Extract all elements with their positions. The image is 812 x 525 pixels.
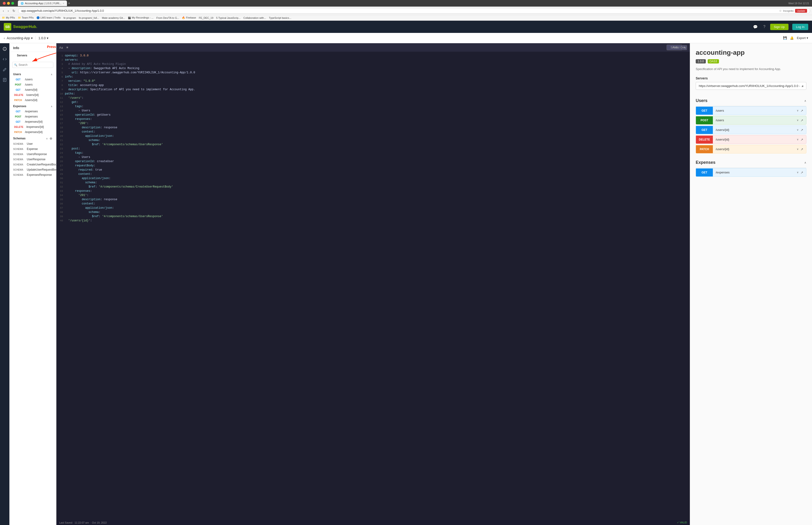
nav-item-get-expense-id[interactable]: GET /expenses/{id} — [10, 119, 56, 124]
nav-schema-usersresponse[interactable]: SCHEMA UsersResponse — [10, 152, 56, 157]
bookmark-trello[interactable]: 🔵 LMS team | Trello — [36, 16, 61, 19]
export-button[interactable]: Export ▾ — [797, 36, 808, 40]
bookmark-firebase[interactable]: 🔥 Firebase — [182, 16, 196, 19]
bookmark-team-prs[interactable]: 📁 Team PRs — [18, 16, 34, 19]
nav-item-get-user-id[interactable]: GET /users/{id} — [10, 87, 56, 92]
swaggerhub-logo[interactable]: SB SwaggerHub. — [4, 23, 37, 31]
bookmark-icon[interactable]: ☆ — [779, 9, 782, 13]
api-section-expenses-header[interactable]: Expenses ∧ — [696, 157, 806, 168]
theme-toggle-button[interactable]: ☀ — [66, 46, 69, 49]
nav-schema-expensesresponse[interactable]: SCHEMA ExpensesResponse — [10, 172, 56, 177]
bookmark-fe-dec[interactable]: FE_DEC_19 — [199, 16, 213, 19]
endpoint-get-user-id[interactable]: GET /users/{id} ∨ ↗ — [696, 125, 806, 134]
nav-item-post-users[interactable]: POST /users — [10, 82, 56, 87]
nav-schema-updateuserrequestbody[interactable]: SCHEMA UpdateUserRequestBody — [10, 167, 56, 172]
servers-select[interactable]: https://virtserver.swaggerhub.com/YURIIH… — [696, 82, 806, 90]
font-size-button[interactable]: Aa — [59, 46, 63, 49]
expand-icon-3[interactable]: ∨ — [797, 128, 799, 131]
back-nav-button[interactable]: ‹ — [2, 9, 5, 13]
bookmark-collab[interactable]: Collaboration with... — [243, 16, 266, 19]
bookmark-js[interactable]: 5 Typical JavaScrip... — [216, 16, 241, 19]
left-nav: Info Press this button to hide code edit… — [10, 43, 56, 525]
sidebar-code-icon[interactable] — [2, 56, 7, 63]
nav-item-patch-user-id[interactable]: PATCH /users/{id} — [10, 97, 56, 103]
servers-section-header[interactable]: Servers — [13, 53, 52, 58]
nav-schema-user[interactable]: SCHEMA User — [10, 141, 56, 146]
schemas-section-header[interactable]: Schemas ∧ ⊕ — [10, 136, 56, 141]
api-title: accounting-app — [696, 49, 806, 56]
fullscreen-button[interactable] — [11, 2, 14, 5]
code-content[interactable]: 1openapi: 3.0.02servers:3 # Added by API… — [56, 52, 690, 520]
nav-item-get-users[interactable]: GET /users — [10, 77, 56, 82]
update-button[interactable]: Update — [795, 9, 807, 13]
nav-item-get-expenses[interactable]: GET /expenses — [10, 109, 56, 114]
expand-icon[interactable]: ∨ — [797, 109, 799, 112]
search-box: 🔍 — [12, 62, 53, 68]
search-input[interactable] — [12, 62, 53, 68]
schemas-add-icon[interactable]: ⊕ — [49, 137, 52, 140]
app-header: SB SwaggerHub. 💬 ? Sign Up Log In — [0, 21, 812, 33]
save-icon-button[interactable]: 💾 — [783, 36, 787, 40]
bookmark-ts[interactable]: TypeScript basics... — [269, 16, 291, 19]
code-line: 7 version: "1.0.0" — [56, 79, 690, 83]
bookmark-fe-program[interactable]: fe program — [63, 16, 76, 19]
tab-close-icon[interactable]: × — [63, 2, 64, 5]
sidebar-edit-icon[interactable] — [2, 67, 7, 73]
nav-item-post-expenses[interactable]: POST /expenses — [10, 114, 56, 119]
bookmark-fe-full[interactable]: fe-program/_full... — [79, 16, 99, 19]
nav-schema-expense[interactable]: SCHEMA Expense — [10, 146, 56, 152]
active-tab[interactable]: 🌐 Accounting-App | 1.0.0 | YURI... × — [18, 0, 67, 6]
expenses-section-header[interactable]: Expenses ∧ — [10, 104, 56, 109]
reload-button[interactable]: ↻ — [12, 9, 16, 13]
sidebar-docs-icon[interactable] — [2, 77, 7, 84]
link-icon-3[interactable]: ↗ — [800, 128, 803, 132]
expand-icon-2[interactable]: ∨ — [797, 119, 799, 122]
nav-schema-createuserrequestbody[interactable]: SCHEMA CreateUserRequestBody — [10, 162, 56, 167]
forward-nav-button[interactable]: › — [7, 9, 10, 13]
bookmark-mate[interactable]: Mate academy Git... — [102, 16, 125, 19]
endpoint-post-users[interactable]: POST /users ∨ ↗ — [696, 116, 806, 124]
expand-icon-6[interactable]: ∨ — [797, 171, 799, 174]
chat-icon-button[interactable]: 💬 — [752, 24, 759, 30]
code-line: 10paths: — [56, 92, 690, 96]
code-line: 16 responses: — [56, 117, 690, 121]
sign-up-button[interactable]: Sign Up — [770, 24, 788, 30]
expand-icon-4[interactable]: ∨ — [797, 138, 799, 141]
nav-item-patch-expense-id[interactable]: PATCH /expenses/{id} — [10, 130, 56, 135]
endpoint-patch-user-id[interactable]: PATCH /users/{id} ∨ ↗ — [696, 145, 806, 153]
endpoint-get-users[interactable]: GET /users ∨ ↗ — [696, 106, 806, 115]
endpoint-get-expenses[interactable]: GET /expenses ∨ ↗ — [696, 168, 806, 177]
code-line: 33 responses: — [56, 189, 690, 193]
minimize-button[interactable] — [7, 2, 10, 5]
nav-item-delete-expense-id[interactable]: DELETE /expenses/{id} — [10, 124, 56, 130]
close-button[interactable] — [3, 2, 6, 5]
api-section-users: Users ∧ GET /users ∨ ↗ POST /users ∨ ↗ — [696, 95, 806, 153]
address-bar[interactable]: app.swaggerhub.com/apis/YURIIHOLIUK_1/Ac… — [18, 8, 810, 14]
help-icon-button[interactable]: ? — [763, 24, 766, 30]
code-line: 8 title: accounting-app — [56, 83, 690, 87]
link-icon-2[interactable]: ↗ — [800, 118, 803, 122]
endpoint-delete-user-id[interactable]: DELETE /users/{id} ∨ ↗ — [696, 135, 806, 144]
bookmark-my-prs[interactable]: 📁 My PRs — [2, 16, 15, 19]
link-icon-6[interactable]: ↗ — [800, 170, 803, 174]
link-icon-5[interactable]: ↗ — [800, 147, 803, 151]
code-line: 29 content: — [56, 172, 690, 176]
version-button[interactable]: 1.0.0 ▾ — [35, 36, 48, 40]
link-icon[interactable]: ↗ — [800, 109, 803, 112]
address-bar-row: ‹ › ↻ app.swaggerhub.com/apis/YURIIHOLIU… — [0, 6, 812, 15]
sidebar-info-icon[interactable]: i — [2, 46, 7, 52]
bookmark-devta[interactable]: From Dev/TA to G... — [156, 16, 179, 19]
log-in-button[interactable]: Log In — [792, 24, 808, 30]
expand-icon-5[interactable]: ∨ — [797, 148, 799, 151]
link-icon-4[interactable]: ↗ — [800, 138, 803, 141]
notification-icon-button[interactable]: 🔔 — [790, 36, 794, 40]
nav-item-delete-user-id[interactable]: DELETE /users/{id} — [10, 92, 56, 97]
bookmark-recordings[interactable]: 🎬 My Recordings - ... — [128, 16, 153, 19]
api-section-users-header[interactable]: Users ∧ — [696, 95, 806, 106]
nav-schema-userresponse[interactable]: SCHEMA UserResponse — [10, 157, 56, 162]
users-section-header[interactable]: Users ∧ — [10, 72, 56, 77]
app-name-button[interactable]: Accounting-App ▾ — [7, 36, 33, 40]
nav-section-users: Users ∧ GET /users POST /users GET /user… — [10, 72, 56, 103]
go-back-button[interactable]: ‹ — [4, 36, 5, 40]
new-tab-button[interactable]: + — [68, 1, 70, 5]
